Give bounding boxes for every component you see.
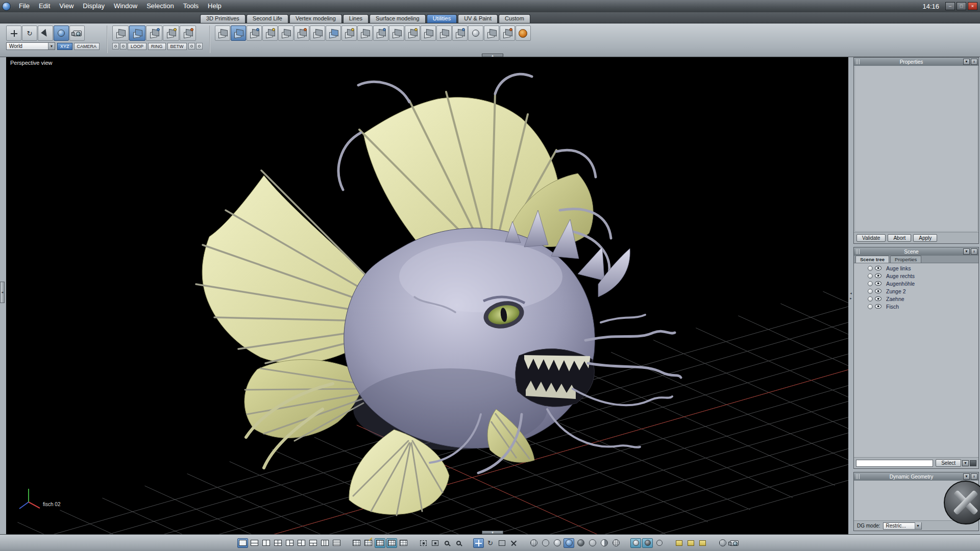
boolean-tool-icon[interactable] [500,26,515,41]
panel-collapse-icon[interactable]: ▼ [963,473,970,480]
tree-item-auge-links[interactable]: Auge links [854,264,978,272]
tree-item-fisch[interactable]: Fisch [854,303,978,310]
minimize-button[interactable]: – [945,2,955,10]
magnet-tool-icon[interactable] [389,26,404,41]
visibility-toggle-icon[interactable] [875,289,881,293]
select-faces-mode-icon[interactable] [163,26,179,41]
smooth-shading-icon[interactable] [552,538,562,548]
array-tool-icon[interactable] [262,26,278,41]
collapse-bottombar-handle[interactable]: ▼ [482,531,503,534]
tab-scene-properties[interactable]: Properties [890,256,921,263]
scene-extra-icon[interactable] [970,460,976,466]
xray-shading-icon[interactable] [599,538,609,548]
edit-grid-icon[interactable] [363,538,374,548]
viewport-layout-hsplit-icon[interactable] [249,538,260,548]
transparent-shading-icon[interactable] [587,538,598,548]
highlight-toggle-icon[interactable] [868,296,873,302]
invert-selection-icon[interactable] [188,43,195,49]
taper-tool-icon[interactable] [294,26,309,41]
panel-close-icon[interactable]: x [971,248,977,255]
frame-selection-icon[interactable] [430,538,440,548]
highlight-toggle-icon[interactable] [868,289,873,294]
grow-selection-icon[interactable] [112,43,119,49]
menu-selection[interactable]: Selection [142,0,178,12]
spiral-tool-icon[interactable] [516,26,531,41]
dark-shading-icon[interactable] [575,538,586,548]
camera-toggle-button[interactable]: CAMERA [74,43,100,50]
quadrangulate-tool-icon[interactable] [452,26,468,41]
clone-tool-icon[interactable] [247,26,262,41]
maximize-button[interactable]: □ [957,2,966,10]
tree-item-zaehne[interactable]: Zaehne [854,295,978,303]
uv-sphere-icon[interactable] [610,538,621,548]
viewport-layout-single-icon[interactable] [237,538,248,548]
collapse-left-panel-handle[interactable]: ◄ [0,282,5,303]
zoom-tool-icon[interactable] [442,538,452,548]
panel-collapse-icon[interactable]: ▼ [963,248,970,255]
select-auto-mode-icon[interactable] [180,26,196,41]
symmetry-tool-icon[interactable] [231,26,246,41]
shrink-selection-icon[interactable] [120,43,127,49]
select-points-mode-icon[interactable] [129,26,145,41]
textured-shading-icon[interactable] [564,538,574,548]
viewport-layout-1left-2right-icon[interactable] [284,538,295,548]
panel-splitter[interactable]: ◄ ► [848,57,853,534]
visibility-toggle-icon[interactable] [875,273,881,278]
loop-select-button[interactable]: LOOP [128,43,146,50]
visibility-toggle-icon[interactable] [875,281,881,286]
tab-custom[interactable]: Custom [499,14,530,23]
world-axis-icon[interactable] [508,538,519,548]
smooth-tool-icon[interactable] [468,26,483,41]
scale-manipulator-icon[interactable] [497,538,507,548]
triangulate-tool-icon[interactable] [436,26,452,41]
panel-close-icon[interactable]: x [971,59,977,65]
visibility-toggle-icon[interactable] [875,296,881,301]
frame-all-icon[interactable] [418,538,429,548]
grid-display-icon[interactable] [351,538,362,548]
world-space-dropdown[interactable]: World ▼ [6,42,55,50]
twist-tool-icon[interactable] [310,26,325,41]
abort-button[interactable]: Abort [888,234,911,242]
highlight-toggle-icon[interactable] [868,266,873,271]
menu-tools[interactable]: Tools [179,0,203,12]
menu-window[interactable]: Window [109,0,142,12]
menu-file[interactable]: File [14,0,34,12]
viewport-layout-3row-icon[interactable] [331,538,342,548]
viewport-layout-3col-icon[interactable] [320,538,330,548]
select-button[interactable]: Select [936,459,961,467]
snap-tool-icon[interactable] [341,26,357,41]
close-button[interactable]: × [968,2,977,10]
viewport-canvas[interactable]: Perspective view fisch 02 [6,57,848,534]
between-select-button[interactable]: BETW [167,43,187,50]
select-arrow-icon[interactable] [38,26,53,41]
snap-grid-icon[interactable] [375,538,385,548]
environment-sphere-icon[interactable] [717,538,728,548]
select-all-icon[interactable] [196,43,203,49]
menu-display[interactable]: Display [78,0,109,12]
visibility-toggle-icon[interactable] [875,266,881,270]
viewport-layout-1top-2bottom-icon[interactable] [308,538,318,548]
flat-shading-icon[interactable] [540,538,551,548]
target-weld-tool-icon[interactable] [373,26,388,41]
highlight-toggle-icon[interactable] [868,273,873,279]
tab-vertex-modeling[interactable]: Vertex modeling [289,14,342,23]
no-lighting-icon[interactable] [654,538,665,548]
highlight-toggle-icon[interactable] [868,281,873,286]
tab-3d-primitives[interactable]: 3D Primitives [200,14,246,23]
tab-lines[interactable]: Lines [343,14,369,23]
dynamic-geometry-titlebar[interactable]: Dynamic Geometry ▼ x [854,472,978,481]
bounding-box-icon[interactable] [674,538,684,548]
properties-titlebar[interactable]: Properties ▼ x [854,58,978,66]
viewport-layout-2left-1right-icon[interactable] [296,538,307,548]
translate-manipulator-icon[interactable] [473,538,484,548]
camera-tool-icon[interactable] [69,26,85,41]
box-display-icon[interactable] [697,538,708,548]
weld-tool-icon[interactable] [357,26,373,41]
ring-select-button[interactable]: RING [148,43,166,50]
menu-view[interactable]: View [55,0,78,12]
tree-item-auge-rechts[interactable]: Auge rechts [854,272,978,280]
decimate-tool-icon[interactable] [421,26,436,41]
menu-help[interactable]: Help [203,0,226,12]
select-object-mode-icon[interactable] [112,26,129,41]
visibility-toggle-icon[interactable] [875,304,881,309]
